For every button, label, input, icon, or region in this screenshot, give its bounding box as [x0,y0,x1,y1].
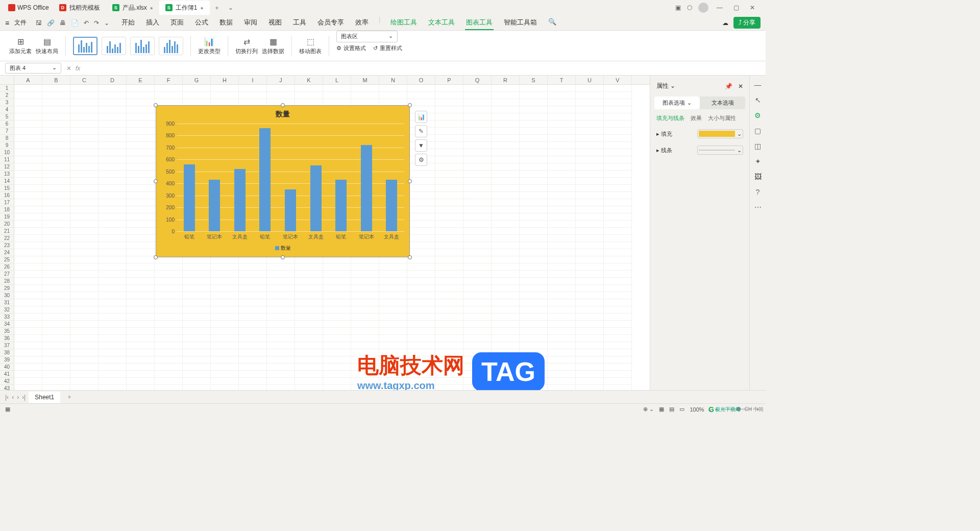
chart-options-tab[interactable]: 图表选项 ⌄ [654,96,700,109]
row-header[interactable]: 25 [0,256,14,263]
resize-handle[interactable] [281,255,285,259]
resize-handle[interactable] [154,255,158,259]
row-header[interactable]: 34 [0,321,14,328]
image-icon[interactable]: 🖼 [754,173,762,181]
fill-line-tab[interactable]: 填充与线条 [656,114,684,122]
select-all-corner[interactable] [0,76,14,84]
settings-icon[interactable]: ⚙ [754,111,761,119]
reset-style-button[interactable]: ↺ 重置样式 [373,44,402,52]
resize-handle[interactable] [154,103,158,107]
row-header[interactable]: 7 [0,128,14,135]
plot-area[interactable]: 0100200300400500600700800900 [177,124,404,231]
row-header[interactable]: 17 [0,199,14,206]
cube-icon[interactable]: ⬡ [687,4,692,11]
row-header[interactable]: 30 [0,292,14,299]
column-header[interactable]: M [351,76,379,84]
sparkle-icon[interactable]: ✦ [755,157,761,165]
row-header[interactable]: 35 [0,328,14,335]
row-header[interactable]: 11 [0,156,14,163]
row-header[interactable]: 42 [0,378,14,385]
column-header[interactable]: E [127,76,155,84]
chart-bar[interactable] [335,180,347,231]
chart-settings-button[interactable]: ⚙ [415,154,427,166]
row-header[interactable]: 9 [0,142,14,149]
tab-tools[interactable]: 工具 [292,16,307,30]
move-chart-button[interactable]: ⬚ 移动图表 [299,36,322,55]
view-normal[interactable]: ▦ [659,406,664,413]
resize-handle[interactable] [281,103,285,107]
column-header[interactable]: R [492,76,520,84]
chart-title[interactable]: 数量 [156,106,409,123]
column-header[interactable]: B [42,76,70,84]
fill-color-picker[interactable]: ⌄ [697,129,743,138]
tab-dropdown[interactable]: ⌄ [224,4,237,11]
row-header[interactable]: 2 [0,92,14,99]
row-header[interactable]: 32 [0,306,14,313]
tab-view[interactable]: 视图 [267,16,283,30]
column-header[interactable]: K [295,76,323,84]
file-menu[interactable]: 文件 [14,18,27,27]
column-header[interactable]: P [435,76,463,84]
column-header[interactable]: U [576,76,604,84]
row-header[interactable]: 29 [0,285,14,292]
set-format-button[interactable]: ⚙ 设置格式 [336,44,366,52]
column-header[interactable]: F [155,76,183,84]
row-header[interactable]: 38 [0,349,14,356]
column-header[interactable]: V [604,76,632,84]
row-header[interactable]: 5 [0,113,14,120]
tab-chart-tools[interactable]: 图表工具 [465,16,494,30]
search-icon[interactable]: 🔍 [547,16,557,30]
row-header[interactable]: 14 [0,178,14,185]
row-header[interactable]: 13 [0,171,14,178]
sheet-last[interactable]: ›| [22,394,26,401]
chart-bar[interactable] [361,145,372,231]
resize-handle[interactable] [408,255,412,259]
tab-formula[interactable]: 公式 [194,16,209,30]
more-icon[interactable]: ⋯ [754,203,762,211]
column-header[interactable]: A [14,76,42,84]
help-icon[interactable]: ? [756,188,760,196]
column-header[interactable]: L [323,76,351,84]
resize-handle[interactable] [408,103,412,107]
doc-tab-template[interactable]: D 找稻壳模板 [53,1,106,15]
row-header[interactable]: 21 [0,228,14,235]
collapse-icon[interactable]: — [754,81,762,89]
hamburger-icon[interactable]: ≡ [5,19,9,27]
share-icon[interactable]: 🔗 [47,19,55,27]
row-header[interactable]: 1 [0,85,14,92]
close-button[interactable]: ✕ [747,4,757,11]
row-header[interactable]: 37 [0,342,14,349]
new-tab-button[interactable]: ＋ [210,4,224,12]
select-data-button[interactable]: ▦ 选择数据 [262,36,284,55]
chart-bar[interactable] [259,128,271,231]
chart-preset-1[interactable] [73,37,97,55]
add-element-button[interactable]: ⊞ 添加元素 [9,36,32,55]
fx-cancel[interactable]: ✕ [66,65,71,72]
cursor-icon[interactable]: ↖ [755,96,761,104]
row-header[interactable]: 40 [0,364,14,371]
chart-bar[interactable] [310,165,322,231]
pin-icon[interactable]: 📌 [725,83,732,90]
row-header[interactable]: 33 [0,313,14,321]
tab-page[interactable]: 页面 [169,16,185,30]
row-header[interactable]: 26 [0,263,14,271]
row-header[interactable]: 16 [0,192,14,199]
row-header[interactable]: 24 [0,249,14,256]
qat-more[interactable]: ⌄ [104,19,109,27]
resize-handle[interactable] [408,179,412,183]
column-header[interactable]: G [183,76,211,84]
column-header[interactable]: S [520,76,548,84]
pane-icon[interactable]: ▣ [675,4,681,11]
view-break[interactable]: ▭ [679,406,684,413]
row-header[interactable]: 10 [0,149,14,156]
size-props-tab[interactable]: 大小与属性 [708,114,736,122]
sheet-next[interactable]: › [17,394,19,401]
tab-text-tools[interactable]: 文本工具 [427,16,456,30]
column-header[interactable]: O [407,76,435,84]
tab-drawing-tools[interactable]: 绘图工具 [389,16,418,30]
row-header[interactable]: 31 [0,299,14,306]
line-style-picker[interactable]: ⌄ [697,146,743,155]
add-sheet-button[interactable]: ＋ [63,393,76,401]
preview-icon[interactable]: 📄 [71,19,79,27]
chart-bar[interactable] [184,164,195,231]
